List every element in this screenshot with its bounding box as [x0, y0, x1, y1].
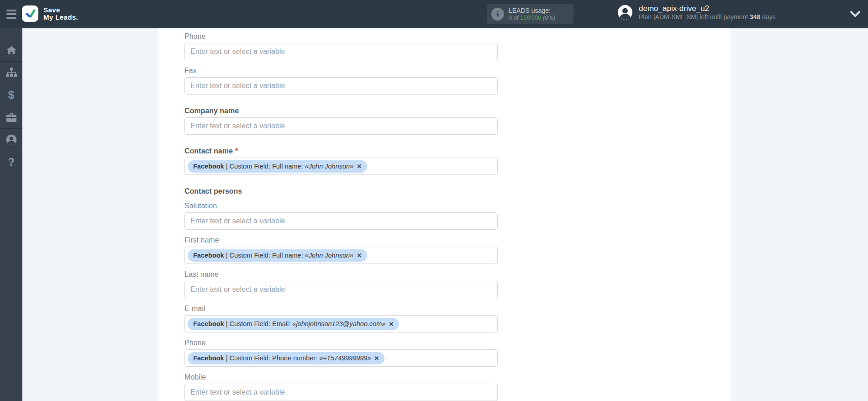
- variable-tag[interactable]: Facebook | Custom Field: Phone number: «…: [188, 352, 384, 364]
- account-menu[interactable]: demo_apix-drive_u2 Plan |ADM-SML-SM| lef…: [617, 4, 776, 21]
- salutation-input[interactable]: [184, 212, 498, 230]
- field-label: E-mail: [184, 304, 498, 313]
- field-label: Mobile: [184, 373, 498, 381]
- account-name: demo_apix-drive_u2: [639, 4, 776, 13]
- destination-fields-form: Phone Fax Company name Contact name* Fac…: [158, 28, 498, 401]
- variable-tag[interactable]: Facebook | Custom Field: Full name: «Joh…: [188, 160, 367, 173]
- field-row-last-name: Last name: [184, 270, 498, 298]
- contact-name-input[interactable]: Facebook | Custom Field: Full name: «Joh…: [184, 158, 498, 175]
- field-row-company-name: Company name: [184, 106, 498, 135]
- first-name-input[interactable]: Facebook | Custom Field: Full name: «Joh…: [184, 247, 498, 264]
- app-logo[interactable]: Save My Leads.: [22, 5, 78, 22]
- field-label: Last name: [184, 270, 498, 279]
- remove-tag-icon[interactable]: ✕: [357, 163, 362, 170]
- sidebar-item-home[interactable]: [0, 39, 22, 61]
- sidebar-item-help[interactable]: ?: [0, 151, 22, 173]
- sidebar-item-account[interactable]: [0, 128, 22, 151]
- last-name-input[interactable]: [184, 281, 498, 298]
- info-icon: i: [491, 8, 504, 21]
- remove-tag-icon[interactable]: ✕: [389, 321, 394, 327]
- home-icon: [6, 46, 16, 55]
- logo-text: Save My Leads.: [43, 6, 78, 21]
- account-plan: Plan |ADM-SML-SM| left until payment 348…: [639, 13, 776, 21]
- dollar-icon: $: [8, 90, 14, 100]
- remove-tag-icon[interactable]: ✕: [357, 252, 362, 259]
- field-row-phone-company: Phone: [184, 32, 498, 60]
- logo-checkmark-icon: [22, 5, 38, 22]
- mapping-form-card: Phone Fax Company name Contact name* Fac…: [158, 28, 731, 401]
- field-row-phone: Phone Facebook | Custom Field: Phone num…: [184, 338, 498, 367]
- field-row-contact-name: Contact name* Facebook | Custom Field: F…: [184, 147, 498, 175]
- field-row-salutation: Salutation: [184, 201, 498, 230]
- field-row-first-name: First name Facebook | Custom Field: Full…: [184, 236, 498, 264]
- required-asterisk: *: [235, 147, 238, 155]
- sidebar-nav: $ ?: [0, 28, 22, 401]
- sitemap-icon: [6, 68, 17, 78]
- avatar-icon: [617, 5, 633, 20]
- hamburger-menu-icon[interactable]: [6, 10, 17, 19]
- field-row-mobile: Mobile: [184, 373, 498, 401]
- topbar: Save My Leads. i LEADS usage: 0 of 150'0…: [0, 0, 868, 28]
- field-label: Phone: [184, 32, 498, 41]
- field-row-email: E-mail Facebook | Custom Field: Email: «…: [184, 304, 498, 332]
- fax-input[interactable]: [184, 77, 498, 95]
- field-label: Contact name*: [184, 147, 498, 155]
- section-heading-row: Contact persons: [184, 187, 498, 195]
- variable-tag[interactable]: Facebook | Custom Field: Full name: «Joh…: [188, 249, 367, 262]
- field-row-fax: Fax: [184, 66, 498, 95]
- leads-usage-value: 0 of 150'000 (0%): [509, 14, 555, 21]
- user-icon: [6, 134, 17, 145]
- contact-persons-heading: Contact persons: [184, 187, 498, 195]
- variable-tag[interactable]: Facebook | Custom Field: Email: «johnjoh…: [188, 318, 399, 330]
- leads-usage-label: LEADS usage:: [509, 7, 555, 14]
- company-name-input[interactable]: [184, 117, 498, 135]
- help-icon: ?: [8, 157, 15, 168]
- briefcase-icon: [6, 113, 16, 122]
- field-label: First name: [184, 236, 498, 244]
- leads-usage-widget: i LEADS usage: 0 of 150'000 (0%): [487, 4, 573, 24]
- phone-input[interactable]: Facebook | Custom Field: Phone number: «…: [184, 349, 498, 367]
- sidebar-item-payments[interactable]: $: [0, 84, 22, 106]
- remove-tag-icon[interactable]: ✕: [374, 355, 379, 362]
- chevron-down-icon[interactable]: [849, 10, 861, 18]
- field-label: Company name: [184, 106, 498, 115]
- mobile-input[interactable]: [184, 384, 498, 401]
- email-input[interactable]: Facebook | Custom Field: Email: «johnjoh…: [184, 315, 498, 332]
- sidebar-item-services[interactable]: [0, 106, 22, 128]
- field-label: Salutation: [184, 201, 498, 210]
- sidebar-item-connections[interactable]: [0, 61, 22, 84]
- field-label: Phone: [184, 338, 498, 347]
- phone-company-input[interactable]: [184, 43, 498, 60]
- field-label: Fax: [184, 66, 498, 75]
